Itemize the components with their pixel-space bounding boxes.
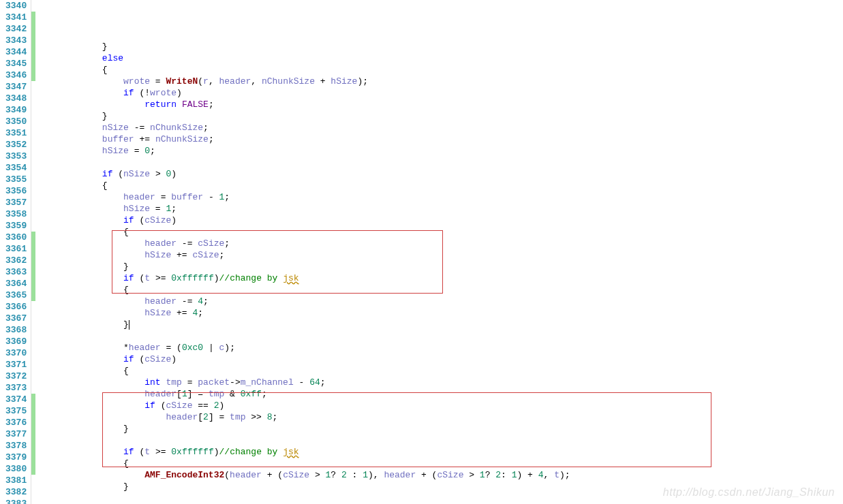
- code-editor[interactable]: 3340334133423343334433453346334733483349…: [0, 0, 843, 504]
- token: + (: [416, 470, 437, 480]
- token: -: [203, 192, 219, 202]
- code-line[interactable]: nSize -= nChunkSize;: [35, 122, 843, 133]
- code-line[interactable]: if (cSize): [35, 353, 843, 365]
- token: &: [224, 389, 240, 399]
- token: hSize: [331, 76, 357, 86]
- code-line[interactable]: *header = (0xc0 | c);: [35, 342, 843, 353]
- token: + (: [262, 470, 283, 480]
- code-line[interactable]: }: [35, 41, 843, 52]
- code-line[interactable]: }: [35, 261, 843, 272]
- code-line[interactable]: header = buffer - 1;: [35, 191, 843, 203]
- token: >=: [150, 447, 171, 457]
- line-number: 3355: [5, 174, 29, 185]
- code-line[interactable]: hSize = 1;: [35, 203, 843, 215]
- code-line[interactable]: {: [35, 226, 843, 238]
- code-line[interactable]: [35, 330, 843, 342]
- line-number: 3368: [5, 324, 29, 336]
- token: ?: [331, 470, 341, 480]
- code-line[interactable]: }: [35, 423, 843, 435]
- token: ;: [219, 250, 225, 260]
- line-number: 3380: [5, 463, 29, 475]
- code-line[interactable]: wrote = WriteN(r, header, nChunkSize + h…: [35, 76, 843, 87]
- code-line[interactable]: header[1] = tmp & 0xff;: [35, 388, 843, 400]
- token: = (: [161, 343, 182, 353]
- code-line[interactable]: }: [35, 319, 843, 330]
- code-line[interactable]: AMF_EncodeInt32(header + (cSize > 1? 2 :…: [35, 469, 843, 481]
- token: -=: [129, 123, 150, 133]
- token: 0xffffff: [171, 447, 213, 457]
- token: ;: [209, 99, 214, 110]
- token: -: [294, 377, 309, 388]
- token: 1: [363, 470, 368, 480]
- token: ): [219, 400, 225, 411]
- token: nSize: [102, 123, 129, 133]
- code-line[interactable]: hSize += 4;: [35, 307, 843, 319]
- token: }: [123, 424, 129, 434]
- code-area[interactable]: } else { wrote = WriteN(r, header, nChun…: [35, 0, 843, 504]
- token: }: [123, 319, 129, 330]
- code-line[interactable]: {: [35, 365, 843, 377]
- token: if: [123, 88, 134, 98]
- code-line[interactable]: if (t >= 0xffffff)//change by jsk: [35, 446, 843, 458]
- token: ): [214, 273, 219, 283]
- code-line[interactable]: header -= 4;: [35, 296, 843, 307]
- code-line[interactable]: }: [35, 110, 843, 122]
- token: ;: [171, 204, 177, 214]
- token: ;: [198, 308, 203, 318]
- token: packet: [198, 377, 230, 388]
- code-line[interactable]: return FALSE;: [35, 99, 843, 110]
- token: WriteN: [166, 76, 198, 86]
- code-line[interactable]: hSize += cSize;: [35, 249, 843, 261]
- token: m_nChannel: [241, 377, 294, 388]
- code-line[interactable]: int tmp = packet->m_nChannel - 64;: [35, 377, 843, 388]
- token: =: [150, 76, 166, 86]
- code-line[interactable]: if (nSize > 0): [35, 168, 843, 180]
- token: AMF_EncodeInt32: [144, 470, 224, 480]
- line-number: 3381: [5, 475, 29, 486]
- token: 1: [512, 470, 517, 480]
- token: >: [309, 470, 325, 480]
- token: ;: [262, 389, 267, 399]
- token: }: [102, 42, 108, 52]
- code-line[interactable]: if (cSize == 2): [35, 400, 843, 411]
- line-number: 3378: [5, 440, 29, 452]
- token: >>: [246, 412, 267, 422]
- code-line[interactable]: if (t >= 0xffffff)//change by jsk: [35, 272, 843, 284]
- token: =: [150, 204, 166, 214]
- line-number: 3351: [5, 127, 29, 139]
- token: nChunkSize: [155, 134, 209, 144]
- code-line[interactable]: if (!wrote): [35, 87, 843, 99]
- token: ;: [320, 377, 326, 388]
- token: return: [144, 99, 177, 110]
- token: {: [102, 65, 108, 75]
- code-line[interactable]: buffer += nChunkSize;: [35, 133, 843, 145]
- token: 2: [495, 470, 501, 480]
- code-line[interactable]: {: [35, 180, 843, 191]
- token: |: [203, 343, 219, 353]
- code-line[interactable]: if (cSize): [35, 215, 843, 226]
- token: 64: [309, 377, 320, 388]
- token: header: [384, 470, 416, 480]
- line-number: 3376: [5, 417, 29, 428]
- token: (: [198, 76, 203, 86]
- code-line[interactable]: else: [35, 52, 843, 64]
- token: 0: [144, 146, 150, 156]
- code-line[interactable]: [35, 435, 843, 446]
- token: :: [501, 470, 512, 480]
- line-number: 3353: [5, 151, 29, 162]
- token: [177, 99, 182, 110]
- code-line[interactable]: {: [35, 458, 843, 469]
- code-line[interactable]: header[2] = tmp >> 8;: [35, 411, 843, 423]
- code-line[interactable]: [35, 157, 843, 168]
- code-line[interactable]: {: [35, 284, 843, 296]
- code-line[interactable]: {: [35, 64, 843, 76]
- token: ,: [209, 76, 219, 86]
- token: header: [219, 76, 251, 86]
- code-line[interactable]: hSize = 0;: [35, 145, 843, 157]
- line-number: 3345: [5, 58, 29, 69]
- code-line[interactable]: header -= cSize;: [35, 238, 843, 249]
- line-number: 3383: [5, 498, 29, 504]
- line-number: 3359: [5, 220, 29, 232]
- token: 1: [480, 470, 485, 480]
- token: ?: [485, 470, 496, 480]
